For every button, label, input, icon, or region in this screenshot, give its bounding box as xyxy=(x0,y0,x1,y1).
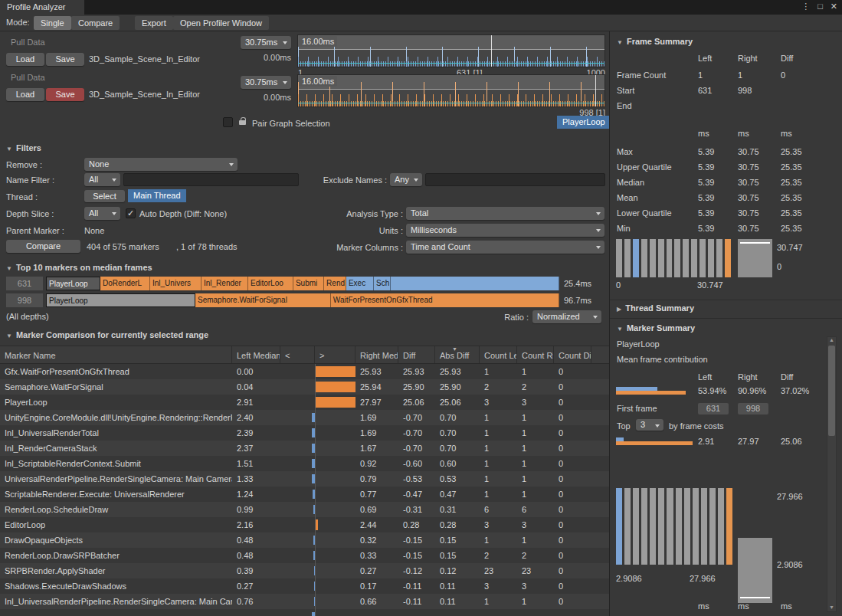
marker-comparison-header[interactable]: ▼Marker Comparison for currently selecte… xyxy=(6,330,208,339)
first-frame-right-button[interactable]: 998 xyxy=(738,403,768,414)
thread-select-button[interactable]: Select xyxy=(84,190,125,202)
top10-bar-left[interactable]: PlayerLoopDoRenderLInl_UniversInl_Render… xyxy=(46,277,559,290)
top10-segment[interactable]: Inl_Univers xyxy=(150,277,201,290)
table-row[interactable]: PlayerLoop 2.91 27.97 25.06 25.06 3 3 0 xyxy=(0,395,609,410)
export-button[interactable]: Export xyxy=(135,16,173,30)
table-row[interactable]: Inl_RenderCameraStack 2.37 1.67 -0.70 0.… xyxy=(0,441,609,456)
top10-header[interactable]: ▼Top 10 markers on median frames xyxy=(6,263,152,272)
column-header-left-bar[interactable]: < xyxy=(280,346,315,363)
table-row[interactable]: ScriptableRenderer.Execute: UniversalRen… xyxy=(0,487,609,502)
name-filter-input[interactable] xyxy=(123,173,299,186)
graph-bottom-scale-dropdown[interactable]: 30.75ms xyxy=(241,76,291,89)
frame-graph-bottom[interactable]: 16.00ms xyxy=(297,74,605,107)
table-row[interactable] xyxy=(0,609,609,616)
left-bar-cell xyxy=(280,563,315,578)
column-header-marker-name[interactable]: Marker Name xyxy=(0,346,232,363)
left-median-cell: 2.37 xyxy=(232,441,280,456)
pair-graph-selection-checkbox[interactable] xyxy=(223,117,233,127)
save-button-left[interactable]: Save xyxy=(46,53,84,66)
pull-data-button-right[interactable]: Pull Data xyxy=(11,73,45,82)
depth-slice-dropdown[interactable]: All xyxy=(84,207,120,220)
column-header-count-right[interactable]: Count Right xyxy=(517,346,554,363)
left-median-cell: 0.48 xyxy=(232,532,280,548)
units-dropdown[interactable]: Milliseconds xyxy=(406,224,604,237)
table-row[interactable]: SRPBRender.ApplyShader 0.39 0.27 -0.12 0… xyxy=(0,563,609,578)
table-row[interactable]: RenderLoop.DrawSRPBatcher 0.48 0.33 -0.1… xyxy=(0,548,609,563)
compare-button[interactable]: Compare xyxy=(6,240,80,253)
histogram-bar xyxy=(616,239,622,277)
save-button-right[interactable]: Save xyxy=(46,88,84,101)
table-row[interactable]: UnityEngine.CoreModule.dll!UnityEngine.R… xyxy=(0,410,609,425)
column-header-right-median[interactable]: Right Median xyxy=(355,346,398,363)
top10-segment[interactable]: EditorLoo xyxy=(248,277,293,290)
kebab-menu-icon[interactable]: ⋮ xyxy=(801,2,810,11)
open-profiler-window-button[interactable]: Open Profiler Window xyxy=(173,16,269,30)
table-row[interactable]: EditorLoop 2.16 2.44 0.28 0.28 3 3 0 xyxy=(0,517,609,532)
remove-dropdown[interactable]: None xyxy=(84,158,238,171)
column-header-abs-diff[interactable]: Abs Diff xyxy=(435,346,480,363)
top10-segment[interactable]: PlayerLoop xyxy=(46,277,100,290)
ratio-dropdown[interactable]: Normalized xyxy=(532,310,601,323)
filters-header[interactable]: ▼Filters xyxy=(6,143,41,152)
tab-compare[interactable]: Compare xyxy=(71,16,120,30)
top10-segment[interactable]: DoRenderL xyxy=(100,277,150,290)
tab-single[interactable]: Single xyxy=(34,16,71,30)
fs-stat-right: 30.75 xyxy=(738,159,759,175)
marker-columns-dropdown[interactable]: Time and Count xyxy=(406,241,604,254)
column-header-diff[interactable]: Diff xyxy=(398,346,435,363)
table-row[interactable]: DrawOpaqueObjects 0.48 0.32 -0.15 0.15 1… xyxy=(0,532,609,548)
window-tab[interactable]: Profile Analyzer xyxy=(0,0,84,15)
marker-name-cell: UnityEngine.CoreModule.dll!UnityEngine.R… xyxy=(0,410,232,425)
top10-segment[interactable]: Sch xyxy=(374,277,391,290)
scrollbar-up-icon[interactable]: ▲ xyxy=(827,337,836,342)
exclude-names-input[interactable] xyxy=(425,173,605,186)
thread-summary-header[interactable]: ▶Thread Summary xyxy=(617,303,694,313)
load-button-left[interactable]: Load xyxy=(6,53,44,66)
histogram-bar xyxy=(633,239,639,277)
name-filter-mode-dropdown[interactable]: All xyxy=(84,173,120,186)
table-row[interactable]: UniversalRenderPipeline.RenderSingleCame… xyxy=(0,471,609,487)
table-row[interactable]: Inl_UniversalRenderTotal 2.39 1.69 -0.70… xyxy=(0,425,609,441)
marker-name-cell: EditorLoop xyxy=(0,517,232,532)
top10-segment[interactable]: WaitForPresentOnGfxThread xyxy=(331,293,559,307)
top10-segment[interactable]: Submi xyxy=(293,277,324,290)
auto-depth-checkbox[interactable]: ✓ xyxy=(126,208,136,218)
frame-summary-header[interactable]: ▼Frame Summary xyxy=(617,37,693,46)
analysis-type-dropdown[interactable]: Total xyxy=(406,207,604,220)
frame-graph-top[interactable]: 16.00ms xyxy=(297,34,605,67)
scrollbar-thumb[interactable] xyxy=(828,346,835,436)
table-row[interactable]: Semaphore.WaitForSignal 0.04 25.94 25.90… xyxy=(0,379,609,395)
column-header-count-diff[interactable]: Count Diff xyxy=(554,346,591,363)
fs-stat-right: 30.75 xyxy=(738,190,759,205)
close-icon[interactable]: ✕ xyxy=(831,2,837,11)
scrollbar-down-icon[interactable]: ▼ xyxy=(827,605,836,610)
column-header-left-median[interactable]: Left Median xyxy=(232,346,280,363)
pull-data-button-left[interactable]: Pull Data xyxy=(11,38,45,47)
graph-top-scale-dropdown[interactable]: 30.75ms xyxy=(241,36,291,49)
top10-segment[interactable]: Rend xyxy=(324,277,346,290)
marker-name-cell: ScriptableRenderer.Execute: UniversalRen… xyxy=(0,487,232,502)
column-header-count-left[interactable]: Count Left xyxy=(480,346,517,363)
top10-segment[interactable]: Exec xyxy=(346,277,374,290)
table-row[interactable]: Inl_UniversalRenderPipeline.RenderSingle… xyxy=(0,594,609,609)
top-n-dropdown[interactable]: 3 xyxy=(636,419,663,431)
top10-segment[interactable]: PlayerLoop xyxy=(46,293,195,307)
table-row[interactable]: Inl_ScriptableRenderContext.Submit 1.51 … xyxy=(0,456,609,471)
top10-bar-right[interactable]: PlayerLoopSemaphore.WaitForSignalWaitFor… xyxy=(46,293,559,307)
table-row[interactable]: Gfx.WaitForPresentOnGfxThread 0.00 25.93… xyxy=(0,364,609,379)
top10-segment[interactable] xyxy=(391,277,559,290)
maximize-icon[interactable]: □ xyxy=(817,2,823,11)
diff-cell: 25.93 xyxy=(398,364,435,379)
first-frame-left-button[interactable]: 631 xyxy=(698,403,729,414)
right-median-cell: 0.17 xyxy=(355,578,398,594)
ratio-label: Ratio : xyxy=(460,313,529,322)
table-row[interactable]: Shadows.ExecuteDrawShadows 0.27 0.17 -0.… xyxy=(0,578,609,594)
load-button-right[interactable]: Load xyxy=(6,88,44,101)
table-row[interactable]: RenderLoop.ScheduleDraw 0.99 0.69 -0.31 … xyxy=(0,502,609,517)
marker-summary-header[interactable]: ▼Marker Summary xyxy=(617,323,695,333)
top10-segment[interactable]: Semaphore.WaitForSignal xyxy=(195,293,331,307)
top10-segment[interactable]: Inl_Render xyxy=(201,277,248,290)
exclude-mode-dropdown[interactable]: Any xyxy=(390,173,422,186)
column-header-right-bar[interactable]: > xyxy=(315,346,355,363)
right-median-cell: 27.97 xyxy=(355,395,398,410)
